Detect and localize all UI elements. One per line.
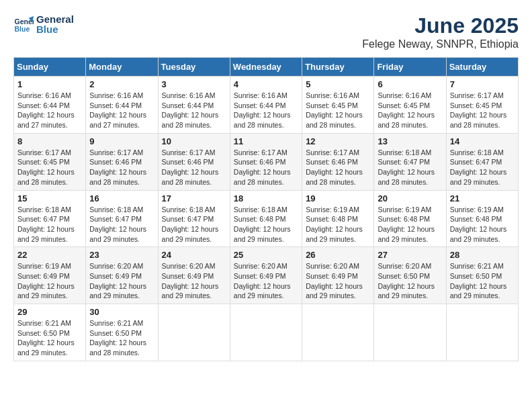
calendar-cell: 22Sunrise: 6:19 AMSunset: 6:49 PMDayligh… — [14, 247, 86, 304]
calendar-cell: 7Sunrise: 6:17 AMSunset: 6:45 PMDaylight… — [446, 77, 518, 134]
day-info: Sunrise: 6:18 AMSunset: 6:47 PMDaylight:… — [450, 148, 515, 187]
main-title: June 2025 — [362, 13, 519, 38]
day-info: Sunrise: 6:16 AMSunset: 6:45 PMDaylight:… — [306, 91, 370, 130]
day-number: 30 — [89, 307, 154, 317]
day-info: Sunrise: 6:20 AMSunset: 6:49 PMDaylight:… — [89, 261, 154, 301]
day-number: 20 — [378, 193, 442, 203]
calendar-header-row: SundayMondayTuesdayWednesdayThursdayFrid… — [14, 58, 519, 77]
day-number: 17 — [162, 193, 226, 203]
day-number: 6 — [378, 79, 442, 89]
day-header-friday: Friday — [374, 58, 446, 77]
calendar-cell: 26Sunrise: 6:20 AMSunset: 6:49 PMDayligh… — [302, 247, 374, 304]
day-number: 8 — [17, 136, 82, 146]
day-header-thursday: Thursday — [302, 58, 374, 77]
calendar-cell: 10Sunrise: 6:17 AMSunset: 6:46 PMDayligh… — [158, 133, 230, 190]
calendar-cell: 25Sunrise: 6:20 AMSunset: 6:49 PMDayligh… — [230, 247, 302, 304]
calendar-cell: 3Sunrise: 6:16 AMSunset: 6:44 PMDaylight… — [158, 77, 230, 134]
day-info: Sunrise: 6:16 AMSunset: 6:44 PMDaylight:… — [17, 91, 82, 130]
calendar-cell: 30Sunrise: 6:21 AMSunset: 6:50 PMDayligh… — [86, 304, 158, 361]
calendar-cell: 13Sunrise: 6:18 AMSunset: 6:47 PMDayligh… — [374, 133, 446, 190]
day-info: Sunrise: 6:20 AMSunset: 6:50 PMDaylight:… — [378, 261, 442, 301]
calendar-cell: 14Sunrise: 6:18 AMSunset: 6:47 PMDayligh… — [446, 133, 518, 190]
calendar-table: SundayMondayTuesdayWednesdayThursdayFrid… — [13, 57, 519, 361]
day-info: Sunrise: 6:16 AMSunset: 6:44 PMDaylight:… — [89, 91, 154, 130]
day-header-sunday: Sunday — [14, 58, 86, 77]
logo-line2: Blue — [36, 24, 74, 35]
calendar-cell: 19Sunrise: 6:19 AMSunset: 6:48 PMDayligh… — [302, 190, 374, 247]
day-number: 29 — [17, 307, 82, 317]
day-number: 18 — [234, 193, 298, 203]
day-info: Sunrise: 6:21 AMSunset: 6:50 PMDaylight:… — [450, 261, 515, 301]
day-info: Sunrise: 6:20 AMSunset: 6:49 PMDaylight:… — [162, 261, 226, 301]
day-number: 27 — [378, 250, 442, 260]
day-info: Sunrise: 6:17 AMSunset: 6:46 PMDaylight:… — [306, 148, 370, 187]
day-info: Sunrise: 6:20 AMSunset: 6:49 PMDaylight:… — [306, 261, 370, 301]
calendar-week-row: 22Sunrise: 6:19 AMSunset: 6:49 PMDayligh… — [14, 247, 519, 304]
calendar-cell — [374, 304, 446, 361]
calendar-cell: 21Sunrise: 6:19 AMSunset: 6:48 PMDayligh… — [446, 190, 518, 247]
day-info: Sunrise: 6:18 AMSunset: 6:47 PMDaylight:… — [17, 205, 82, 244]
day-number: 21 — [450, 193, 515, 203]
day-info: Sunrise: 6:16 AMSunset: 6:45 PMDaylight:… — [378, 91, 442, 130]
day-info: Sunrise: 6:18 AMSunset: 6:47 PMDaylight:… — [378, 148, 442, 187]
day-header-saturday: Saturday — [446, 58, 518, 77]
day-number: 2 — [89, 79, 154, 89]
calendar-cell: 17Sunrise: 6:18 AMSunset: 6:47 PMDayligh… — [158, 190, 230, 247]
day-info: Sunrise: 6:19 AMSunset: 6:48 PMDaylight:… — [306, 205, 370, 244]
day-info: Sunrise: 6:17 AMSunset: 6:45 PMDaylight:… — [17, 148, 82, 187]
day-number: 12 — [306, 136, 370, 146]
day-number: 26 — [306, 250, 370, 260]
calendar-cell: 15Sunrise: 6:18 AMSunset: 6:47 PMDayligh… — [14, 190, 86, 247]
title-block: June 2025 Felege Neway, SNNPR, Ethiopia — [362, 13, 519, 50]
day-number: 11 — [234, 136, 298, 146]
svg-text:Blue: Blue — [15, 25, 30, 33]
calendar-cell — [446, 304, 518, 361]
day-info: Sunrise: 6:21 AMSunset: 6:50 PMDaylight:… — [17, 318, 82, 358]
day-info: Sunrise: 6:16 AMSunset: 6:44 PMDaylight:… — [162, 91, 226, 130]
day-number: 3 — [162, 79, 226, 89]
day-number: 24 — [162, 250, 226, 260]
calendar-cell — [158, 304, 230, 361]
day-info: Sunrise: 6:19 AMSunset: 6:48 PMDaylight:… — [378, 205, 442, 244]
day-number: 15 — [17, 193, 82, 203]
calendar-week-row: 1Sunrise: 6:16 AMSunset: 6:44 PMDaylight… — [14, 77, 519, 134]
day-info: Sunrise: 6:20 AMSunset: 6:49 PMDaylight:… — [234, 261, 298, 301]
day-info: Sunrise: 6:19 AMSunset: 6:49 PMDaylight:… — [17, 261, 82, 301]
day-info: Sunrise: 6:18 AMSunset: 6:47 PMDaylight:… — [89, 205, 154, 244]
day-number: 22 — [17, 250, 82, 260]
calendar-cell — [302, 304, 374, 361]
calendar-cell: 18Sunrise: 6:18 AMSunset: 6:48 PMDayligh… — [230, 190, 302, 247]
day-number: 5 — [306, 79, 370, 89]
calendar-cell — [230, 304, 302, 361]
calendar-cell: 9Sunrise: 6:17 AMSunset: 6:46 PMDaylight… — [86, 133, 158, 190]
day-info: Sunrise: 6:16 AMSunset: 6:44 PMDaylight:… — [234, 91, 298, 130]
day-info: Sunrise: 6:19 AMSunset: 6:48 PMDaylight:… — [450, 205, 515, 244]
calendar-cell: 20Sunrise: 6:19 AMSunset: 6:48 PMDayligh… — [374, 190, 446, 247]
calendar-week-row: 15Sunrise: 6:18 AMSunset: 6:47 PMDayligh… — [14, 190, 519, 247]
day-number: 1 — [17, 79, 82, 89]
subtitle: Felege Neway, SNNPR, Ethiopia — [362, 38, 519, 50]
day-number: 23 — [89, 250, 154, 260]
day-info: Sunrise: 6:17 AMSunset: 6:46 PMDaylight:… — [89, 148, 154, 187]
calendar-cell: 23Sunrise: 6:20 AMSunset: 6:49 PMDayligh… — [86, 247, 158, 304]
calendar-cell: 27Sunrise: 6:20 AMSunset: 6:50 PMDayligh… — [374, 247, 446, 304]
calendar-cell: 24Sunrise: 6:20 AMSunset: 6:49 PMDayligh… — [158, 247, 230, 304]
logo-icon: General Blue — [13, 14, 34, 34]
page-header: General Blue General Blue June 2025 Fele… — [13, 13, 519, 50]
calendar-cell: 12Sunrise: 6:17 AMSunset: 6:46 PMDayligh… — [302, 133, 374, 190]
day-info: Sunrise: 6:17 AMSunset: 6:46 PMDaylight:… — [234, 148, 298, 187]
calendar-cell: 11Sunrise: 6:17 AMSunset: 6:46 PMDayligh… — [230, 133, 302, 190]
calendar-cell: 28Sunrise: 6:21 AMSunset: 6:50 PMDayligh… — [446, 247, 518, 304]
day-info: Sunrise: 6:18 AMSunset: 6:47 PMDaylight:… — [162, 205, 226, 244]
day-number: 16 — [89, 193, 154, 203]
calendar-cell: 6Sunrise: 6:16 AMSunset: 6:45 PMDaylight… — [374, 77, 446, 134]
day-number: 7 — [450, 79, 515, 89]
calendar-week-row: 29Sunrise: 6:21 AMSunset: 6:50 PMDayligh… — [14, 304, 519, 361]
day-number: 10 — [162, 136, 226, 146]
day-info: Sunrise: 6:21 AMSunset: 6:50 PMDaylight:… — [89, 318, 154, 358]
calendar-cell: 29Sunrise: 6:21 AMSunset: 6:50 PMDayligh… — [14, 304, 86, 361]
calendar-cell: 1Sunrise: 6:16 AMSunset: 6:44 PMDaylight… — [14, 77, 86, 134]
calendar-cell: 8Sunrise: 6:17 AMSunset: 6:45 PMDaylight… — [14, 133, 86, 190]
calendar-cell: 5Sunrise: 6:16 AMSunset: 6:45 PMDaylight… — [302, 77, 374, 134]
calendar-cell: 2Sunrise: 6:16 AMSunset: 6:44 PMDaylight… — [86, 77, 158, 134]
